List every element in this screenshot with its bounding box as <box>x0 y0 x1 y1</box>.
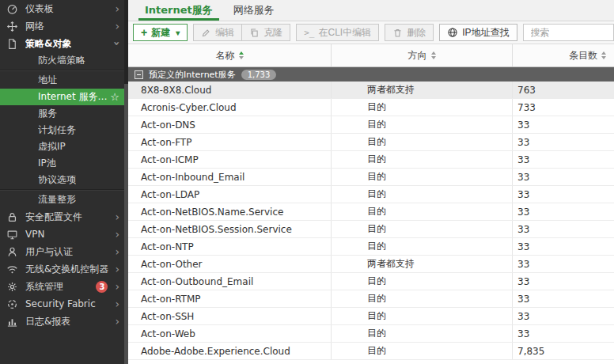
table-row[interactable]: Acronis-Cyber.Cloud目的733 <box>128 99 614 116</box>
sidebar-item-label: 仪表板 <box>25 2 54 16</box>
table-row[interactable]: Act-on-Web目的33 <box>128 325 614 343</box>
cell-name: Act-on-Inbound_Email <box>128 169 331 185</box>
tab-network-services[interactable]: 网络服务 <box>223 0 285 21</box>
app-window: 仪表板›网络›策略&对象›防火墙策略地址Internet 服务数据库☆服务计划任… <box>0 0 614 364</box>
network-icon <box>6 21 20 32</box>
ip-lookup-button[interactable]: IP地址查找 <box>439 24 517 41</box>
table-row[interactable]: Act-on-DNS目的33 <box>128 116 614 134</box>
sidebar-item-addresses[interactable]: 地址 <box>0 72 124 89</box>
star-icon[interactable]: ☆ <box>110 91 119 103</box>
cell-direction: 目的 <box>331 151 512 168</box>
sidebar-item-wifi-switch-controller[interactable]: 无线&交换机控制器› <box>0 260 124 278</box>
cell-direction: 目的 <box>331 99 512 116</box>
sidebar-item-services[interactable]: 服务 <box>0 105 124 122</box>
cell-name: Act-on-Web <box>128 325 331 342</box>
sidebar-item-system[interactable]: 系统管理3› <box>0 278 124 295</box>
cell-direction: 目的 <box>331 290 512 307</box>
sidebar-item-vpn[interactable]: VPN› <box>0 226 124 243</box>
cell-name: Act-on-NetBIOS.Session.Service <box>128 221 331 237</box>
table-row[interactable]: Act-on-NetBIOS.Name.Service目的33 <box>128 203 614 221</box>
sidebar-item-security-fabric[interactable]: Security Fabric› <box>0 295 124 313</box>
table-row[interactable]: Act-on-FTP目的33 <box>128 134 614 151</box>
cell-direction: 目的 <box>331 134 512 150</box>
cell-entries: 33 <box>512 238 614 255</box>
lock-icon <box>6 211 20 223</box>
column-header-name[interactable]: 名称 <box>128 44 331 66</box>
sidebar-item-label: 安全配置文件 <box>25 210 82 224</box>
table-row[interactable]: Act-on-Inbound_Email目的33 <box>128 169 614 186</box>
table-row[interactable]: Act-on-NetBIOS.Session.Service目的33 <box>128 221 614 238</box>
user-icon <box>6 246 20 258</box>
cell-name: Act-on-LDAP <box>128 186 331 203</box>
table-row[interactable]: Act-on-Other两者都支持33 <box>128 256 614 273</box>
search-input[interactable] <box>523 24 614 41</box>
cell-entries: 33 <box>512 325 614 342</box>
cell-entries: 763 <box>512 82 614 98</box>
monitor-icon <box>6 229 20 241</box>
sidebar-item-policy-objects[interactable]: 策略&对象› <box>0 35 124 52</box>
sidebar-item-label: Security Fabric <box>25 298 96 309</box>
pencil-icon <box>201 28 211 38</box>
chevron-right-icon: › <box>115 229 119 240</box>
wifi-icon <box>6 264 20 275</box>
sidebar-item-dashboard[interactable]: 仪表板› <box>0 0 124 17</box>
table-row[interactable]: Act-on-NTP目的33 <box>128 238 614 256</box>
create-new-button[interactable]: + 新建 ▾ <box>133 24 188 41</box>
column-header-dir[interactable]: 方向 <box>331 44 512 66</box>
chevron-down-icon: ▾ <box>176 28 180 37</box>
sidebar-item-log-report[interactable]: 日志&报表› <box>0 313 124 330</box>
sidebar-divider <box>0 189 124 191</box>
cell-direction: 目的 <box>331 343 512 359</box>
cell-name: Act-on-Outbound_Email <box>128 273 331 290</box>
cell-direction: 目的 <box>331 238 512 255</box>
cell-entries: 33 <box>512 256 614 272</box>
table-row[interactable]: Act-on-SSH目的33 <box>128 308 614 325</box>
chevron-right-icon: › <box>115 3 119 14</box>
sidebar-item-virtual-ips[interactable]: 虚拟IP <box>0 138 124 155</box>
column-header-label: 条目数 <box>569 49 597 63</box>
sidebar-item-user-authentication[interactable]: 用户与认证› <box>0 243 124 260</box>
column-header-label: 名称 <box>216 49 235 63</box>
chevron-down-icon: › <box>112 41 123 46</box>
gauge-icon <box>6 3 20 15</box>
table-group-row[interactable]: 预定义的Internet服务 1,733 <box>128 67 614 82</box>
tab-internet-services[interactable]: Internet服务 <box>135 0 223 21</box>
cell-entries: 33 <box>512 151 614 168</box>
cell-entries: 733 <box>512 99 614 116</box>
tab-bar: Internet服务网络服务 <box>128 0 614 21</box>
sidebar-scrollbar-thumb[interactable] <box>124 84 128 364</box>
cell-direction: 目的 <box>331 273 512 290</box>
sidebar-item-internet-service-database[interactable]: Internet 服务数据库☆ <box>0 89 124 105</box>
column-header-label: 方向 <box>408 49 427 63</box>
sidebar-item-traffic-shaping[interactable]: 流量整形 <box>0 191 124 208</box>
column-header-cnt[interactable]: 条目数 <box>512 44 614 66</box>
cell-entries: 33 <box>512 134 614 150</box>
table-header-row: 名称方向条目数 <box>128 44 614 67</box>
sidebar-item-firewall-policy[interactable]: 防火墙策略 <box>0 52 124 69</box>
sidebar-item-label: 系统管理 <box>25 280 63 294</box>
table-row[interactable]: Act-on-LDAP目的33 <box>128 186 614 203</box>
table-row[interactable]: Act-on-RTMP目的33 <box>128 290 614 308</box>
sidebar-item-network[interactable]: 网络› <box>0 17 124 35</box>
sidebar-item-security-profiles[interactable]: 安全配置文件› <box>0 208 124 226</box>
table-row[interactable]: Act-on-Outbound_Email目的33 <box>128 273 614 290</box>
sidebar-item-label: IP池 <box>38 157 56 170</box>
cell-name: Act-on-ICMP <box>128 151 331 168</box>
sidebar-item-label: 策略&对象 <box>25 37 71 51</box>
edit-label: 编辑 <box>215 26 234 40</box>
sidebar-items: 仪表板›网络›策略&对象›防火墙策略地址Internet 服务数据库☆服务计划任… <box>0 0 124 330</box>
cell-direction: 目的 <box>331 169 512 185</box>
edit-button[interactable]: 编辑 <box>193 24 242 41</box>
sidebar-item-label: 协议选项 <box>38 173 76 187</box>
delete-button[interactable]: 删除 <box>385 24 434 41</box>
table-row[interactable]: Adobe-Adobe.Experience.Cloud目的7,835 <box>128 343 614 360</box>
sidebar-item-schedules[interactable]: 计划任务 <box>0 122 124 138</box>
sidebar-item-protocol-options[interactable]: 协议选项 <box>0 172 124 188</box>
edit-in-cli-button[interactable]: >_ 在CLI中编辑 <box>296 24 379 41</box>
delete-label: 删除 <box>407 26 426 40</box>
table-row[interactable]: 8X8-8X8.Cloud两者都支持763 <box>128 82 614 99</box>
cell-entries: 33 <box>512 116 614 133</box>
table-row[interactable]: Act-on-ICMP目的33 <box>128 151 614 169</box>
clone-button[interactable]: 克隆 <box>242 24 290 41</box>
sidebar-item-ip-pools[interactable]: IP池 <box>0 155 124 172</box>
